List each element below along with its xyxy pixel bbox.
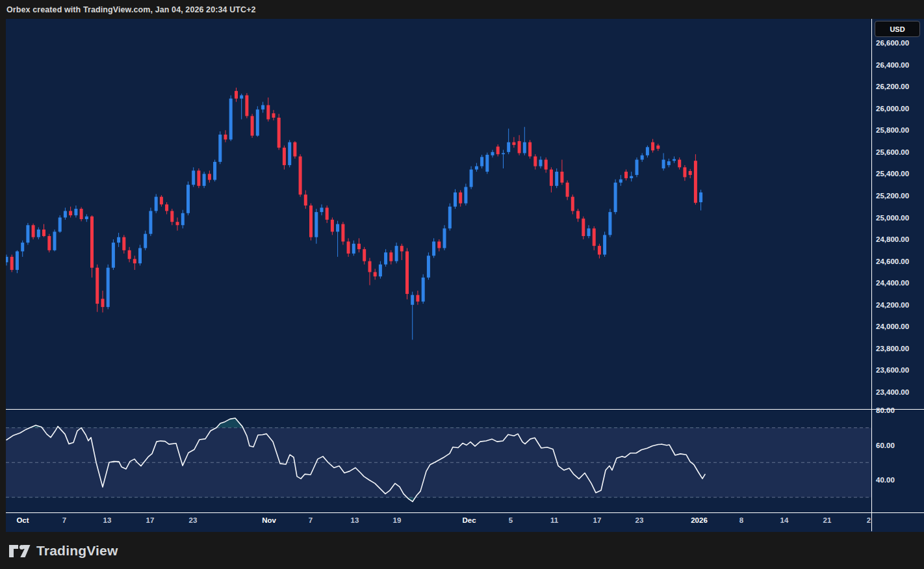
candle xyxy=(299,154,302,196)
candle xyxy=(203,172,206,188)
candle xyxy=(277,114,281,150)
time-tick-label-13: 13 xyxy=(88,515,127,525)
price-tick-label: 23,800.00 xyxy=(876,343,923,354)
price-tick-label: 25,400.00 xyxy=(876,168,923,179)
time-tick-label-11: 11 xyxy=(535,515,574,525)
price-tick-label: 25,200.00 xyxy=(876,191,923,201)
chart-canvas[interactable] xyxy=(0,19,924,532)
currency-badge[interactable]: USD xyxy=(875,21,920,37)
candle xyxy=(26,223,29,245)
time-tick-label-oct: Oct xyxy=(3,515,42,525)
candle xyxy=(582,217,585,239)
price-tick-label: 24,200.00 xyxy=(876,300,923,310)
candle xyxy=(694,154,697,205)
oscillator-tick-label: 40.00 xyxy=(876,475,923,485)
attribution-text: Orbex created with TradingView.com, Jan … xyxy=(0,5,256,14)
candle xyxy=(256,106,259,137)
candle xyxy=(405,248,409,299)
footer-bar: TradingView xyxy=(0,532,924,569)
candle xyxy=(427,252,430,280)
price-tick-label: 24,600.00 xyxy=(876,256,923,267)
price-tick-label: 26,200.00 xyxy=(876,81,923,92)
price-tick-label: 24,000.00 xyxy=(876,321,923,332)
time-tick-label-8: 8 xyxy=(722,515,761,525)
candle xyxy=(107,265,110,310)
price-tick-label: 23,600.00 xyxy=(876,365,923,375)
time-tick-label-23: 23 xyxy=(620,515,659,525)
time-tick-label-2026: 2026 xyxy=(680,515,719,525)
price-tick-label: 26,000.00 xyxy=(876,103,923,114)
time-tick-label-14: 14 xyxy=(765,515,804,525)
candle xyxy=(186,181,190,215)
price-tick-label: 26,600.00 xyxy=(876,38,923,48)
oscillator-tick-label: 80.00 xyxy=(876,405,923,416)
candle xyxy=(635,157,639,177)
candle xyxy=(47,234,51,253)
tradingview-logo-text: TradingView xyxy=(36,543,118,559)
candle xyxy=(213,160,216,182)
candle xyxy=(422,274,425,304)
candle xyxy=(155,194,158,213)
candle xyxy=(608,209,611,237)
candle xyxy=(603,232,606,257)
price-tick-label: 25,600.00 xyxy=(876,147,923,157)
candle xyxy=(309,204,313,241)
price-tick-label: 25,800.00 xyxy=(876,125,923,135)
candle xyxy=(53,230,57,252)
price-tick-label: 23,400.00 xyxy=(876,387,923,397)
candle xyxy=(443,225,446,250)
time-tick-label-17: 17 xyxy=(131,515,170,525)
price-tick-label: 24,800.00 xyxy=(876,234,923,245)
candle xyxy=(16,250,19,273)
time-tick-label-7: 7 xyxy=(291,515,330,525)
candle xyxy=(218,131,222,164)
price-tick-label: 25,000.00 xyxy=(876,213,923,223)
candle xyxy=(58,215,62,233)
time-tick-label-21: 21 xyxy=(808,515,847,525)
candle xyxy=(10,255,14,272)
candle xyxy=(485,153,489,174)
time-tick-label-17: 17 xyxy=(578,515,617,525)
time-tick-label-dec: Dec xyxy=(450,515,489,525)
candle xyxy=(245,93,248,118)
candle xyxy=(288,140,291,167)
time-tick-label-5: 5 xyxy=(491,515,530,525)
time-tick-label-19: 19 xyxy=(378,515,417,525)
top-info-bar: Orbex created with TradingView.com, Jan … xyxy=(0,0,924,19)
tradingview-logo-icon xyxy=(8,541,31,561)
price-tick-label: 24,400.00 xyxy=(876,278,923,288)
candle xyxy=(32,224,35,239)
price-tick-label: 26,400.00 xyxy=(876,60,923,70)
candle xyxy=(251,114,254,138)
candle xyxy=(197,168,200,188)
tradingview-logo[interactable]: TradingView xyxy=(0,541,118,561)
candle xyxy=(149,207,152,236)
time-tick-label-7: 7 xyxy=(45,515,84,525)
candle xyxy=(470,166,473,189)
candle xyxy=(229,96,233,141)
time-tick-label-nov: Nov xyxy=(250,515,289,525)
oscillator-tick-label: 60.00 xyxy=(876,440,923,451)
candle xyxy=(528,140,532,159)
candle xyxy=(448,204,452,231)
candle xyxy=(112,239,115,270)
candle xyxy=(341,222,344,245)
time-tick-label-13: 13 xyxy=(335,515,374,525)
candle xyxy=(293,141,296,159)
candle xyxy=(614,179,617,215)
chart-area[interactable]: 26,600.0026,400.0026,200.0026,000.0025,8… xyxy=(0,19,924,532)
time-tick-label-2: 2 xyxy=(849,515,888,525)
left-frame-strip xyxy=(0,19,6,532)
time-tick-label-23: 23 xyxy=(173,515,212,525)
